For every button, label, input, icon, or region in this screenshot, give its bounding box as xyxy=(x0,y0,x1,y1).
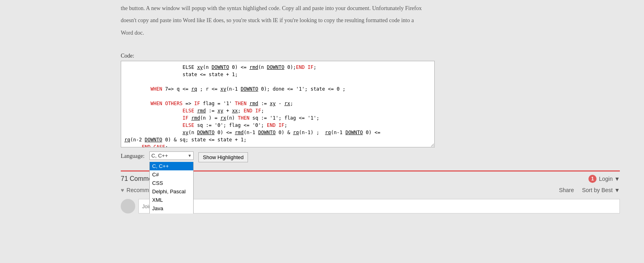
comments-section: 71 Comme 1 Login ▼ xyxy=(121,170,620,183)
dropdown-item-javascript[interactable]: Javascript xyxy=(150,213,193,213)
intro-text: the button. A new window will popup with… xyxy=(121,0,620,49)
recommend-label: Recomm xyxy=(126,187,149,193)
sort-button[interactable]: Sort by Best ▼ xyxy=(582,187,620,193)
login-label: Login xyxy=(599,176,613,182)
code-section: Code: ELSE xy(n DOWNTO 0) <= rmd(n DOWNT… xyxy=(121,53,620,147)
dropdown-arrow-icon: ▼ xyxy=(188,153,192,158)
share-button[interactable]: Share xyxy=(559,187,574,193)
login-button[interactable]: Login ▼ xyxy=(599,176,620,182)
comments-count-text: 71 Comme xyxy=(121,175,152,182)
sort-arrow-icon: ▼ xyxy=(614,187,620,193)
avatar xyxy=(121,199,135,213)
language-select-display[interactable]: C, C++ ▼ xyxy=(149,151,194,160)
avatar-row xyxy=(121,199,620,213)
heart-icon: ♥ xyxy=(121,187,124,193)
recommend-area[interactable]: ♥ Recomm xyxy=(121,187,149,193)
dropdown-item-xml[interactable]: XML xyxy=(150,196,193,204)
content-area: the button. A new window will popup with… xyxy=(121,0,620,213)
notification-badge: 1 xyxy=(588,175,597,183)
intro-line-2: doesn't copy and paste into Word like IE… xyxy=(121,16,620,25)
dropdown-item-delphi[interactable]: Delphi, Pascal xyxy=(150,187,193,196)
comments-count: 71 Comme xyxy=(121,175,152,182)
page-wrapper: the button. A new window will popup with… xyxy=(0,0,644,213)
language-select-wrapper: C, C++ ▼ C, C++ C# CSS Delphi, Pascal XM… xyxy=(149,151,194,160)
dropdown-item-csharp[interactable]: C# xyxy=(150,170,193,179)
language-label: Language: xyxy=(121,153,144,159)
language-dropdown: C, C++ C# CSS Delphi, Pascal XML Java Ja… xyxy=(149,162,194,213)
join-discussion-input[interactable] xyxy=(138,199,620,213)
code-content: ELSE xy(n DOWNTO 0) <= rmd(n DOWNTO 0);E… xyxy=(124,64,431,147)
dropdown-item-c-cpp[interactable]: C, C++ xyxy=(150,162,193,170)
sort-label: Sort by Best xyxy=(582,187,613,193)
intro-line-3: Word doc. xyxy=(121,29,620,37)
language-current-value: C, C++ xyxy=(151,153,168,159)
dropdown-item-java[interactable]: Java xyxy=(150,204,193,213)
language-row: Language: C, C++ ▼ C, C++ C# CSS Delphi,… xyxy=(121,151,620,162)
code-textarea[interactable]: ELSE xy(n DOWNTO 0) <= rmd(n DOWNTO 0);E… xyxy=(121,61,435,147)
show-highlighted-button[interactable]: Show Highlighted xyxy=(198,152,248,162)
code-label: Code: xyxy=(121,53,620,59)
login-area: 1 Login ▼ xyxy=(588,175,620,183)
login-arrow-icon: ▼ xyxy=(614,176,620,182)
actions-row: ♥ Recomm Share Sort by Best ▼ xyxy=(121,187,620,193)
dropdown-item-css[interactable]: CSS xyxy=(150,179,193,187)
intro-line-1: the button. A new window will popup with… xyxy=(121,4,620,13)
